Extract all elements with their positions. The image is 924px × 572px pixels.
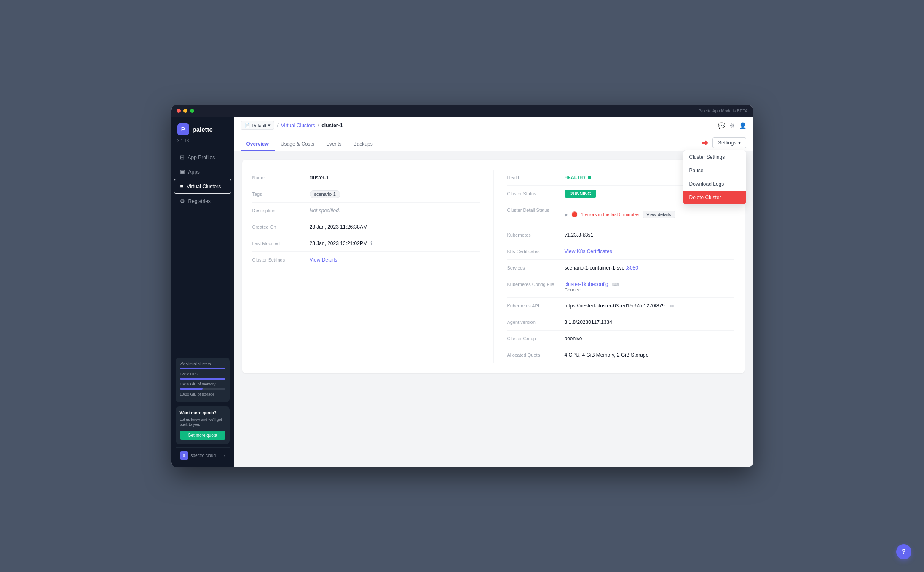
tab-usage-costs[interactable]: Usage & Costs bbox=[275, 138, 320, 151]
label-kubeconfig: Kubernetes Config File bbox=[507, 281, 558, 287]
tab-overview[interactable]: Overview bbox=[241, 138, 275, 151]
info-row-created: Created On 23 Jan, 2023 11:26:38AM bbox=[252, 219, 480, 235]
cpu-bar-fill bbox=[180, 368, 225, 369]
cpu-quota-label: 12/12 CPU bbox=[180, 372, 225, 376]
tag-scenario1[interactable]: scenario-1 bbox=[310, 190, 340, 198]
tabs-bar: Overview Usage & Costs Events Backups ➜ … bbox=[234, 134, 753, 151]
close-dot[interactable] bbox=[177, 109, 181, 113]
virtual-clusters-icon: ≡ bbox=[180, 183, 184, 190]
info-row-api: Kubernetes API https://nested-cluster-63… bbox=[507, 298, 734, 314]
settings-dropdown-button[interactable]: Settings ▾ bbox=[712, 137, 746, 148]
sidebar-nav: ⊞ App Profiles ▣ Apps ≡ Virtual Clusters… bbox=[171, 148, 234, 353]
sidebar-item-apps[interactable]: ▣ Apps bbox=[174, 165, 231, 179]
k8s-certs-link[interactable]: View K8s Certificates bbox=[565, 249, 612, 254]
chat-icon[interactable]: 💬 bbox=[718, 122, 725, 129]
sidebar-item-app-profiles[interactable]: ⊞ App Profiles bbox=[174, 150, 231, 164]
settings-dropdown-menu: Cluster Settings Pause Download Logs Del… bbox=[683, 150, 746, 205]
label-detail-status: Cluster Detail Status bbox=[507, 207, 558, 213]
value-kubernetes: v1.23.3-k3s1 bbox=[565, 232, 734, 238]
sidebar-item-registries-label: Registries bbox=[188, 198, 211, 204]
help-button[interactable]: ? bbox=[896, 544, 911, 559]
workspace-dropdown[interactable]: 📄 Default ▾ bbox=[241, 121, 275, 130]
health-dot bbox=[588, 176, 591, 179]
info-icon[interactable]: ℹ bbox=[370, 241, 372, 246]
tab-events[interactable]: Events bbox=[320, 138, 348, 151]
error-circle-icon: 🔴 bbox=[571, 211, 578, 217]
label-kubernetes: Kubernetes bbox=[507, 232, 558, 238]
sidebar-version: 3.1.18 bbox=[171, 139, 234, 148]
sidebar-item-virtual-clusters-label: Virtual Clusters bbox=[187, 184, 221, 190]
value-k8s-certs: View K8s Certificates bbox=[565, 249, 734, 254]
dropdown-cluster-settings[interactable]: Cluster Settings bbox=[683, 150, 746, 164]
service-name: scenario-1-container-1-svc bbox=[565, 265, 624, 271]
copy-icon[interactable]: ⧉ bbox=[670, 303, 674, 308]
terminal-icon: ⌨ bbox=[612, 282, 619, 287]
sidebar-item-registries[interactable]: ⚙ Registries bbox=[174, 194, 231, 208]
cpu-bar-wrap bbox=[180, 368, 225, 369]
view-details-button[interactable]: View details bbox=[643, 211, 675, 218]
info-row-kubernetes: Kubernetes v1.23.3-k3s1 bbox=[507, 227, 734, 243]
want-quota-title: Want more quota? bbox=[180, 411, 225, 415]
info-row-cluster-group: Cluster Group beehive bbox=[507, 331, 734, 347]
sidebar-item-app-profiles-label: App Profiles bbox=[188, 155, 215, 160]
settings-icon[interactable]: ⚙ bbox=[729, 122, 735, 129]
dropdown-pause[interactable]: Pause bbox=[683, 164, 746, 177]
info-row-quota: Allocated Quota 4 CPU, 4 GiB Memory, 2 G… bbox=[507, 347, 734, 363]
expand-icon[interactable]: ▶ bbox=[565, 212, 568, 217]
connect-link[interactable]: Connect bbox=[565, 287, 734, 292]
view-details-link[interactable]: View Details bbox=[310, 257, 337, 263]
main-layout: P palette 3.1.18 ⊞ App Profiles ▣ Apps ≡… bbox=[171, 117, 753, 467]
breadcrumb-virtual-clusters[interactable]: Virtual Clusters bbox=[281, 123, 315, 128]
running-badge: RUNNING bbox=[565, 190, 596, 198]
workspace-chevron-icon: ▾ bbox=[268, 123, 271, 128]
value-kubernetes-api: https://nested-cluster-63ced15e52e1270f8… bbox=[565, 303, 734, 309]
beta-label: Palette App Mode is BETA bbox=[698, 109, 747, 113]
sidebar-footer: S spectro cloud ‹ bbox=[176, 447, 230, 463]
info-row-cluster-settings: Cluster Settings View Details bbox=[252, 252, 480, 268]
info-row-description: Description Not specified. bbox=[252, 203, 480, 219]
label-name: Name bbox=[252, 175, 303, 180]
sidebar: P palette 3.1.18 ⊞ App Profiles ▣ Apps ≡… bbox=[171, 117, 234, 467]
value-last-modified: 23 Jan, 2023 13:21:02PM ℹ bbox=[310, 241, 480, 246]
cluster-panel: Name cluster-1 Tags scenario-1 Descripti bbox=[242, 160, 745, 373]
registries-icon: ⚙ bbox=[180, 198, 185, 204]
port-link[interactable]: :8080 bbox=[626, 265, 638, 271]
info-row-detail-status: Cluster Detail Status ▶ 🔴 1 errors in th… bbox=[507, 202, 734, 227]
workspace-label: Default bbox=[252, 123, 267, 128]
breadcrumb-sep-1: / bbox=[277, 123, 278, 128]
value-cluster-settings: View Details bbox=[310, 257, 480, 263]
label-k8s-certs: K8s Certificates bbox=[507, 249, 558, 254]
top-bar: 📄 Default ▾ / Virtual Clusters / cluster… bbox=[234, 117, 753, 134]
title-bar: Palette App Mode is BETA bbox=[171, 105, 753, 117]
quota-box: 2/2 Virtual clusters 12/12 CPU 16/16 GiB… bbox=[176, 358, 230, 402]
maximize-dot[interactable] bbox=[190, 109, 194, 113]
main-content: Name cluster-1 Tags scenario-1 Descripti bbox=[234, 151, 753, 467]
info-row-kubeconfig: Kubernetes Config File cluster-1kubeconf… bbox=[507, 276, 734, 298]
value-cluster-group: beehive bbox=[565, 336, 734, 342]
left-column: Name cluster-1 Tags scenario-1 Descripti bbox=[252, 170, 493, 363]
dropdown-delete-cluster[interactable]: Delete Cluster bbox=[683, 191, 746, 204]
get-quota-button[interactable]: Get more quota bbox=[180, 431, 225, 440]
screen-wrapper: Palette App Mode is BETA P palette 3.1.1… bbox=[171, 105, 753, 467]
label-agent-version: Agent version bbox=[507, 319, 558, 325]
value-services: scenario-1-container-1-svc :8080 bbox=[565, 265, 734, 271]
error-row: ▶ 🔴 1 errors in the last 5 minutes View … bbox=[565, 207, 734, 222]
kubeconfig-link[interactable]: cluster-1kubeconfig bbox=[565, 281, 608, 287]
dropdown-download-logs[interactable]: Download Logs bbox=[683, 177, 746, 191]
info-row-k8s-certs: K8s Certificates View K8s Certificates bbox=[507, 243, 734, 260]
virtual-clusters-quota-label: 2/2 Virtual clusters bbox=[180, 362, 225, 366]
user-icon[interactable]: 👤 bbox=[739, 122, 746, 129]
label-tags: Tags bbox=[252, 191, 303, 197]
sidebar-item-virtual-clusters[interactable]: ≡ Virtual Clusters bbox=[174, 179, 231, 194]
label-description: Description bbox=[252, 208, 303, 213]
minimize-dot[interactable] bbox=[183, 109, 187, 113]
sidebar-collapse-button[interactable]: ‹ bbox=[224, 453, 225, 458]
tab-backups[interactable]: Backups bbox=[348, 138, 379, 151]
sidebar-bottom: 2/2 Virtual clusters 12/12 CPU 16/16 GiB… bbox=[171, 353, 234, 467]
info-row-tags: Tags scenario-1 bbox=[252, 186, 480, 203]
value-detail-status: ▶ 🔴 1 errors in the last 5 minutes View … bbox=[565, 207, 734, 222]
value-agent-version: 3.1.8/20230117.1334 bbox=[565, 319, 734, 325]
storage-quota-label: 10/20 GiB of storage bbox=[180, 392, 225, 396]
workspace-icon: 📄 bbox=[244, 123, 250, 128]
label-kubernetes-api: Kubernetes API bbox=[507, 303, 558, 308]
